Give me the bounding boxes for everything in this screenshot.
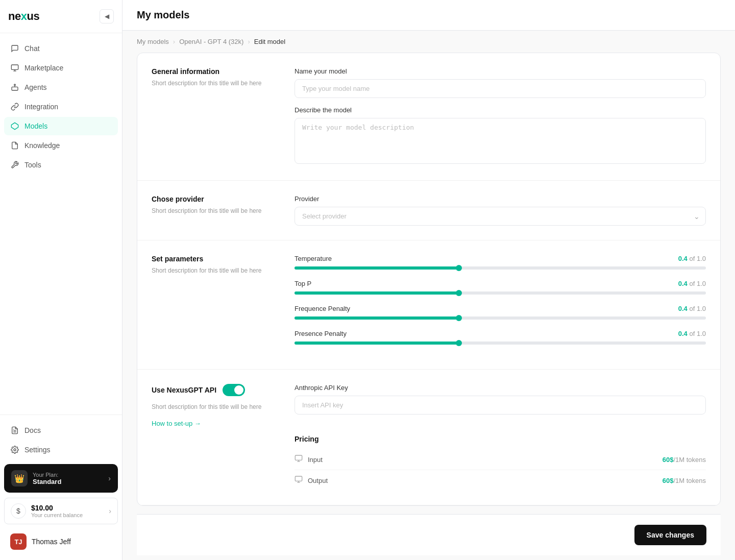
- nexusgpt-toggle[interactable]: [223, 384, 245, 396]
- model-desc-group: Describe the model: [295, 106, 706, 166]
- pricing-type-output: Output: [308, 477, 328, 484]
- sidebar-item-label: Integration: [24, 103, 58, 111]
- sidebar-item-models[interactable]: Models: [4, 117, 118, 135]
- sidebar-item-label: Agents: [24, 83, 47, 91]
- pricing-amount-output: 60$/1M tokens: [663, 477, 706, 484]
- sidebar-item-knowledge[interactable]: Knowledge: [4, 136, 118, 155]
- slider-fill-frequence-penalty: [295, 316, 459, 320]
- slider-top-p: Top P 0.4 of 1.0: [295, 280, 706, 295]
- pricing-row-input: Input 60$/1M tokens: [295, 449, 706, 470]
- breadcrumb-my-models[interactable]: My models: [137, 38, 169, 45]
- svg-marker-6: [11, 123, 18, 129]
- sidebar-item-label: Docs: [24, 426, 41, 434]
- provider-group: Provider Select provider ⌄: [295, 195, 706, 226]
- sidebar-item-agents[interactable]: Agents: [4, 78, 118, 96]
- slider-frequence-penalty: Frequence Penalty 0.4 of 1.0: [295, 305, 706, 320]
- parameters-title: Set parameters: [152, 255, 274, 263]
- slider-track-temperature[interactable]: [295, 266, 706, 270]
- model-name-label: Name your model: [295, 67, 706, 75]
- svg-rect-13: [295, 476, 302, 481]
- collapse-button[interactable]: ◀: [100, 9, 114, 23]
- model-desc-label: Describe the model: [295, 106, 706, 114]
- breadcrumb-current: Edit model: [254, 38, 285, 45]
- chat-icon: [10, 44, 19, 53]
- input-icon: [295, 454, 303, 465]
- plan-label: Your Plan:: [33, 472, 61, 478]
- breadcrumb-model-name[interactable]: OpenAI - GPT 4 (32k): [179, 38, 243, 45]
- sidebar-item-integration[interactable]: Integration: [4, 98, 118, 116]
- sidebar-item-label: Tools: [24, 161, 41, 169]
- provider-title: Chose provider: [152, 195, 274, 203]
- sidebar-item-label: Marketplace: [24, 64, 63, 72]
- sidebar-item-label: Knowledge: [24, 141, 60, 150]
- svg-point-9: [14, 449, 16, 451]
- settings-icon: [10, 445, 19, 454]
- toggle-label: Use NexusGPT API: [152, 386, 216, 394]
- api-key-label: Anthropic API Key: [295, 384, 706, 392]
- form-card: General information Short description fo…: [137, 53, 721, 506]
- pricing-row-output: Output 60$/1M tokens: [295, 470, 706, 491]
- slider-value-frequence-penalty: 0.4 of 1.0: [678, 305, 706, 312]
- slider-temperature: Temperature 0.4 of 1.0: [295, 255, 706, 270]
- slider-presence-penalty: Presence Penalty 0.4 of 1.0: [295, 330, 706, 345]
- balance-card[interactable]: $ $10.00 Your current balance ›: [4, 498, 118, 524]
- sidebar-bottom: Docs Settings 👑 Your Plan: Standard › $: [0, 415, 122, 560]
- pricing-type-input: Input: [308, 456, 323, 464]
- docs-icon: [10, 426, 19, 435]
- slider-label-frequence-penalty: Frequence Penalty: [295, 305, 350, 312]
- sidebar-item-label: Models: [24, 122, 47, 130]
- api-key-input[interactable]: [295, 396, 706, 415]
- pricing-section: Pricing Input 60$/1M tokens Output 60$/1…: [295, 435, 706, 491]
- plan-chevron-icon: ›: [108, 474, 111, 482]
- main-content: My models My models › OpenAI - GPT 4 (32…: [122, 0, 735, 560]
- plan-name: Standard: [33, 478, 61, 485]
- slider-track-top-p[interactable]: [295, 291, 706, 295]
- sidebar-item-chat[interactable]: Chat: [4, 39, 118, 58]
- slider-fill-presence-penalty: [295, 342, 459, 345]
- balance-icon: $: [11, 503, 26, 519]
- pricing-amount-input: 60$/1M tokens: [663, 456, 706, 464]
- slider-track-frequence-penalty[interactable]: [295, 316, 706, 320]
- plan-icon: 👑: [11, 470, 28, 486]
- integration-icon: [10, 102, 19, 111]
- sidebar-header: nexus ◀: [0, 0, 122, 33]
- sidebar-item-label: Settings: [24, 446, 51, 454]
- provider-section: Chose provider Short description for thi…: [137, 181, 720, 240]
- sidebar-item-tools[interactable]: Tools: [4, 156, 118, 174]
- model-name-group: Name your model: [295, 67, 706, 98]
- output-icon: [295, 475, 303, 485]
- sidebar-item-marketplace[interactable]: Marketplace: [4, 59, 118, 77]
- general-info-title: General information: [152, 67, 274, 76]
- slider-label-presence-penalty: Presence Penalty: [295, 330, 347, 337]
- svg-rect-0: [11, 65, 18, 69]
- sidebar-item-docs[interactable]: Docs: [4, 421, 118, 440]
- pricing-label: Pricing: [295, 435, 706, 443]
- model-name-input[interactable]: [295, 79, 706, 98]
- how-to-link[interactable]: How to set-up →: [152, 420, 201, 427]
- slider-value-top-p: 0.4 of 1.0: [678, 280, 706, 287]
- api-desc: Short description for this title will be…: [152, 402, 274, 411]
- toggle-knob: [234, 385, 243, 395]
- agents-icon: [10, 83, 19, 92]
- parameters-desc: Short description for this title will be…: [152, 266, 274, 275]
- svg-rect-3: [12, 87, 18, 90]
- plan-card[interactable]: 👑 Your Plan: Standard ›: [4, 464, 118, 493]
- model-desc-textarea[interactable]: [295, 118, 706, 164]
- provider-select[interactable]: Select provider: [295, 207, 706, 226]
- user-name: Thomas Jeff: [32, 538, 71, 546]
- general-info-section: General information Short description fo…: [137, 53, 720, 181]
- slider-track-presence-penalty[interactable]: [295, 342, 706, 345]
- save-changes-button[interactable]: Save changes: [634, 525, 706, 545]
- user-row[interactable]: TJ Thomas Jeff: [4, 529, 118, 554]
- balance-chevron-icon: ›: [109, 507, 111, 515]
- slider-value-presence-penalty: 0.4 of 1.0: [678, 330, 706, 337]
- tools-icon: [10, 160, 19, 169]
- form-footer: Save changes: [137, 514, 721, 555]
- slider-fill-top-p: [295, 291, 459, 295]
- page-title: My models: [137, 9, 721, 21]
- svg-point-4: [14, 84, 16, 86]
- breadcrumb: My models › OpenAI - GPT 4 (32k) › Edit …: [122, 31, 735, 53]
- balance-amount: $10.00: [31, 504, 83, 512]
- sidebar-item-settings[interactable]: Settings: [4, 441, 118, 459]
- slider-label-top-p: Top P: [295, 280, 311, 287]
